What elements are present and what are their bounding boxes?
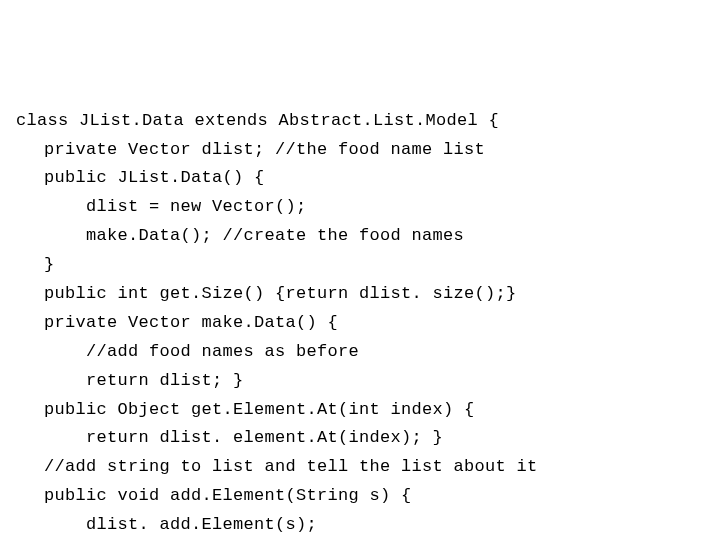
code-line-14: public void add.Element(String s) { <box>16 482 704 511</box>
code-line-7: public int get.Size() {return dlist. siz… <box>16 280 704 309</box>
code-line-6: } <box>16 251 704 280</box>
code-line-3: public JList.Data() { <box>16 164 704 193</box>
code-line-8: private Vector make.Data() { <box>16 309 704 338</box>
code-line-15: dlist. add.Element(s); <box>16 511 704 540</box>
code-line-12: return dlist. element.At(index); } <box>16 424 704 453</box>
code-line-2: private Vector dlist; //the food name li… <box>16 136 704 165</box>
code-line-4: dlist = new Vector(); <box>16 193 704 222</box>
code-line-5: make.Data(); //create the food names <box>16 222 704 251</box>
code-line-1: class JList.Data extends Abstract.List.M… <box>16 107 704 136</box>
code-line-9: //add food names as before <box>16 338 704 367</box>
code-line-10: return dlist; } <box>16 367 704 396</box>
code-line-11: public Object get.Element.At(int index) … <box>16 396 704 425</box>
code-line-13: //add string to list and tell the list a… <box>16 453 704 482</box>
